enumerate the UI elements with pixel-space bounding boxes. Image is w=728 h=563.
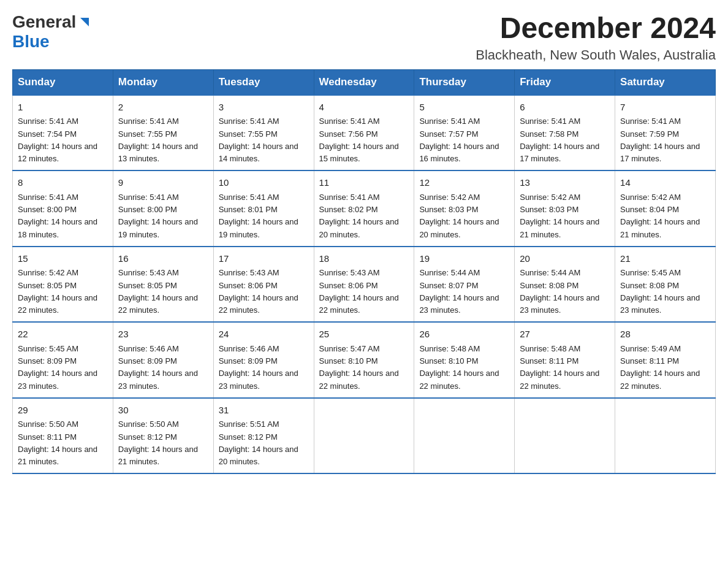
calendar-cell: 5Sunrise: 5:41 AMSunset: 7:57 PMDaylight… (414, 95, 515, 171)
calendar-table: SundayMondayTuesdayWednesdayThursdayFrid… (12, 69, 716, 475)
day-info: Sunrise: 5:43 AMSunset: 8:06 PMDaylight:… (219, 268, 298, 315)
month-title: December 2024 (476, 12, 716, 45)
day-info: Sunrise: 5:51 AMSunset: 8:12 PMDaylight:… (219, 419, 298, 466)
day-info: Sunrise: 5:50 AMSunset: 8:12 PMDaylight:… (118, 419, 198, 466)
day-info: Sunrise: 5:42 AMSunset: 8:03 PMDaylight:… (520, 193, 599, 239)
day-info: Sunrise: 5:44 AMSunset: 8:07 PMDaylight:… (419, 268, 499, 315)
day-number: 1 (18, 101, 108, 115)
calendar-cell: 15Sunrise: 5:42 AMSunset: 8:05 PMDayligh… (13, 247, 113, 323)
calendar-cell: 20Sunrise: 5:44 AMSunset: 8:08 PMDayligh… (515, 247, 615, 323)
calendar-cell: 3Sunrise: 5:41 AMSunset: 7:55 PMDaylight… (213, 95, 314, 171)
calendar-cell: 17Sunrise: 5:43 AMSunset: 8:06 PMDayligh… (213, 247, 314, 323)
day-number: 18 (319, 252, 409, 266)
day-number: 19 (419, 252, 509, 266)
days-of-week-row: SundayMondayTuesdayWednesdayThursdayFrid… (13, 69, 716, 95)
week-row-3: 15Sunrise: 5:42 AMSunset: 8:05 PMDayligh… (13, 247, 716, 323)
day-info: Sunrise: 5:45 AMSunset: 8:09 PMDaylight:… (18, 344, 97, 391)
day-of-week-wednesday: Wednesday (314, 69, 414, 95)
week-row-2: 8Sunrise: 5:41 AMSunset: 8:00 PMDaylight… (13, 170, 716, 247)
calendar-cell: 25Sunrise: 5:47 AMSunset: 8:10 PMDayligh… (314, 322, 414, 398)
day-info: Sunrise: 5:41 AMSunset: 7:55 PMDaylight:… (118, 117, 198, 163)
calendar-cell: 8Sunrise: 5:41 AMSunset: 8:00 PMDaylight… (13, 170, 113, 247)
day-info: Sunrise: 5:41 AMSunset: 7:58 PMDaylight:… (520, 117, 599, 163)
day-info: Sunrise: 5:46 AMSunset: 8:09 PMDaylight:… (219, 344, 298, 391)
calendar-cell: 4Sunrise: 5:41 AMSunset: 7:56 PMDaylight… (314, 95, 414, 171)
day-number: 4 (319, 101, 409, 115)
day-info: Sunrise: 5:43 AMSunset: 8:05 PMDaylight:… (118, 268, 198, 315)
day-info: Sunrise: 5:46 AMSunset: 8:09 PMDaylight:… (118, 344, 198, 391)
logo-triangle-icon (78, 15, 90, 30)
calendar-cell: 27Sunrise: 5:48 AMSunset: 8:11 PMDayligh… (515, 322, 615, 398)
day-number: 16 (118, 252, 208, 266)
day-number: 21 (620, 252, 710, 266)
calendar-cell: 13Sunrise: 5:42 AMSunset: 8:03 PMDayligh… (515, 170, 615, 247)
day-info: Sunrise: 5:42 AMSunset: 8:05 PMDaylight:… (18, 268, 97, 315)
day-number: 10 (219, 176, 309, 190)
day-info: Sunrise: 5:48 AMSunset: 8:11 PMDaylight:… (520, 344, 599, 391)
day-info: Sunrise: 5:41 AMSunset: 8:01 PMDaylight:… (219, 193, 298, 239)
day-number: 25 (319, 327, 409, 342)
day-number: 14 (620, 176, 710, 190)
calendar-cell: 19Sunrise: 5:44 AMSunset: 8:07 PMDayligh… (414, 247, 515, 323)
calendar-cell: 21Sunrise: 5:45 AMSunset: 8:08 PMDayligh… (615, 247, 716, 323)
location-title: Blackheath, New South Wales, Australia (476, 47, 716, 63)
day-number: 13 (520, 176, 610, 190)
day-number: 20 (520, 252, 610, 266)
day-info: Sunrise: 5:49 AMSunset: 8:11 PMDaylight:… (620, 344, 700, 391)
day-number: 27 (520, 327, 610, 342)
calendar-cell: 11Sunrise: 5:41 AMSunset: 8:02 PMDayligh… (314, 170, 414, 247)
day-info: Sunrise: 5:45 AMSunset: 8:08 PMDaylight:… (620, 268, 700, 315)
calendar-cell (515, 398, 615, 474)
calendar-cell: 16Sunrise: 5:43 AMSunset: 8:05 PMDayligh… (113, 247, 213, 323)
day-number: 7 (620, 101, 710, 115)
calendar-cell (615, 398, 716, 474)
day-info: Sunrise: 5:50 AMSunset: 8:11 PMDaylight:… (18, 419, 97, 466)
title-area: December 2024 Blackheath, New South Wale… (476, 12, 716, 63)
day-number: 23 (118, 327, 208, 342)
day-number: 8 (18, 176, 108, 190)
calendar-cell: 30Sunrise: 5:50 AMSunset: 8:12 PMDayligh… (113, 398, 213, 474)
day-number: 2 (118, 101, 208, 115)
day-info: Sunrise: 5:41 AMSunset: 8:00 PMDaylight:… (18, 193, 97, 239)
day-number: 24 (219, 327, 309, 342)
day-number: 31 (219, 404, 309, 418)
day-info: Sunrise: 5:42 AMSunset: 8:03 PMDaylight:… (419, 193, 499, 239)
day-of-week-friday: Friday (515, 69, 615, 95)
calendar-cell: 23Sunrise: 5:46 AMSunset: 8:09 PMDayligh… (113, 322, 213, 398)
calendar-cell: 14Sunrise: 5:42 AMSunset: 8:04 PMDayligh… (615, 170, 716, 247)
day-info: Sunrise: 5:41 AMSunset: 7:56 PMDaylight:… (319, 117, 399, 163)
day-info: Sunrise: 5:42 AMSunset: 8:04 PMDaylight:… (620, 193, 700, 239)
day-number: 22 (18, 327, 108, 342)
calendar-cell: 9Sunrise: 5:41 AMSunset: 8:00 PMDaylight… (113, 170, 213, 247)
calendar-cell: 26Sunrise: 5:48 AMSunset: 8:10 PMDayligh… (414, 322, 515, 398)
calendar-cell: 22Sunrise: 5:45 AMSunset: 8:09 PMDayligh… (13, 322, 113, 398)
calendar-cell (314, 398, 414, 474)
calendar-cell: 2Sunrise: 5:41 AMSunset: 7:55 PMDaylight… (113, 95, 213, 171)
week-row-4: 22Sunrise: 5:45 AMSunset: 8:09 PMDayligh… (13, 322, 716, 398)
calendar-cell: 31Sunrise: 5:51 AMSunset: 8:12 PMDayligh… (213, 398, 314, 474)
day-of-week-saturday: Saturday (615, 69, 716, 95)
day-info: Sunrise: 5:44 AMSunset: 8:08 PMDaylight:… (520, 268, 599, 315)
header: General Blue December 2024 Blackheath, N… (12, 12, 716, 63)
day-info: Sunrise: 5:41 AMSunset: 7:59 PMDaylight:… (620, 117, 700, 163)
calendar-cell: 6Sunrise: 5:41 AMSunset: 7:58 PMDaylight… (515, 95, 615, 171)
day-of-week-tuesday: Tuesday (213, 69, 314, 95)
logo-general-text: General (12, 12, 76, 32)
day-number: 26 (419, 327, 509, 342)
day-info: Sunrise: 5:41 AMSunset: 7:55 PMDaylight:… (219, 117, 298, 163)
calendar-cell: 12Sunrise: 5:42 AMSunset: 8:03 PMDayligh… (414, 170, 515, 247)
day-number: 5 (419, 101, 509, 115)
day-number: 6 (520, 101, 610, 115)
logo-blue-text: Blue (12, 32, 50, 51)
day-number: 17 (219, 252, 309, 266)
day-of-week-monday: Monday (113, 69, 213, 95)
calendar-cell: 28Sunrise: 5:49 AMSunset: 8:11 PMDayligh… (615, 322, 716, 398)
day-number: 3 (219, 101, 309, 115)
day-number: 9 (118, 176, 208, 190)
day-number: 28 (620, 327, 710, 342)
calendar-cell: 1Sunrise: 5:41 AMSunset: 7:54 PMDaylight… (13, 95, 113, 171)
svg-marker-0 (80, 18, 89, 26)
calendar-cell: 7Sunrise: 5:41 AMSunset: 7:59 PMDaylight… (615, 95, 716, 171)
calendar-cell (414, 398, 515, 474)
calendar-cell: 29Sunrise: 5:50 AMSunset: 8:11 PMDayligh… (13, 398, 113, 474)
